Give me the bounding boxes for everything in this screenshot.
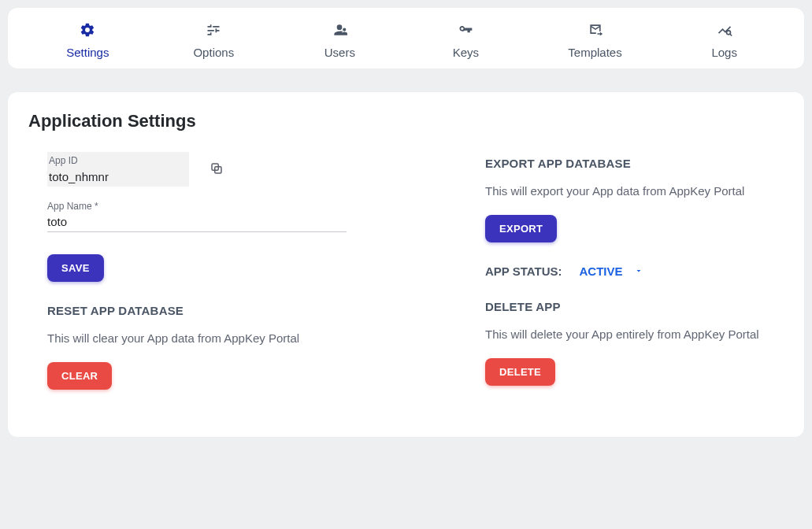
tab-label: Settings [66,46,109,59]
tabs: Settings Options Users Keys Templates [8,22,804,59]
svg-line-1 [729,34,732,36]
tab-label: Logs [711,46,737,59]
status-value: ACTIVE [580,264,623,278]
app-name-input[interactable] [47,212,347,232]
tab-settings[interactable]: Settings [64,22,111,59]
key-icon [458,22,473,38]
status-row: APP STATUS: ACTIVE [485,264,784,278]
clear-button[interactable]: CLEAR [47,362,112,390]
sliders-icon [206,22,221,38]
analytics-icon [717,22,732,38]
delete-button[interactable]: DELETE [485,358,555,386]
gear-icon [80,22,95,38]
app-id-box: App ID toto_nhmnr [47,152,189,187]
chevron-down-icon [634,264,643,278]
tab-label: Templates [568,46,621,59]
status-select[interactable]: ACTIVE [580,264,643,278]
tab-templates[interactable]: Templates [568,22,621,59]
reset-desc: This will clear your App data from AppKe… [47,331,422,345]
field-app-name: App Name * [47,201,422,232]
export-button[interactable]: EXPORT [485,215,557,242]
tab-users[interactable]: Users [316,22,363,59]
col-right: EXPORT APP DATABASE This will export you… [454,152,784,390]
app-id-label: App ID [49,155,184,166]
delete-title: DELETE APP [485,300,784,313]
columns: App ID toto_nhmnr App Name * SAVE RESET … [28,152,784,390]
col-left: App ID toto_nhmnr App Name * SAVE RESET … [28,152,422,390]
copy-icon [209,166,224,178]
app-name-label: App Name * [47,201,422,212]
reset-title: RESET APP DATABASE [47,304,422,317]
mail-forward-icon [588,22,603,38]
delete-desc: This will delete your App entirely from … [485,327,784,341]
tabs-card: Settings Options Users Keys Templates [8,8,804,68]
tab-label: Options [193,46,234,59]
copy-app-id-button[interactable] [206,158,227,181]
status-label: APP STATUS: [485,264,562,278]
users-icon [332,22,347,38]
tab-label: Keys [453,46,479,59]
export-title: EXPORT APP DATABASE [485,157,784,170]
app-id-value: toto_nhmnr [49,170,184,183]
save-button[interactable]: SAVE [47,254,104,282]
tab-options[interactable]: Options [190,22,237,59]
field-app-id: App ID toto_nhmnr [47,152,422,187]
export-desc: This will export your App data from AppK… [485,184,784,198]
tab-label: Users [324,46,355,59]
page-title: Application Settings [28,111,784,131]
tab-logs[interactable]: Logs [701,22,748,59]
settings-panel: Application Settings App ID toto_nhmnr A… [8,92,804,437]
tab-keys[interactable]: Keys [442,22,489,59]
